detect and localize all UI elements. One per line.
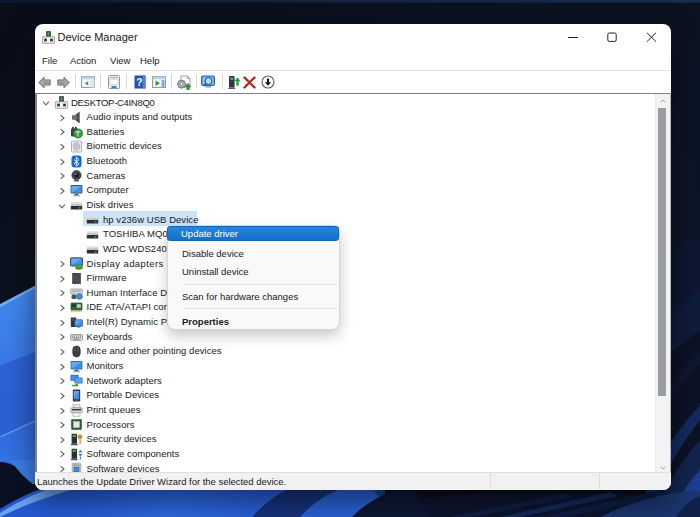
svg-text:?: ? (136, 77, 142, 88)
